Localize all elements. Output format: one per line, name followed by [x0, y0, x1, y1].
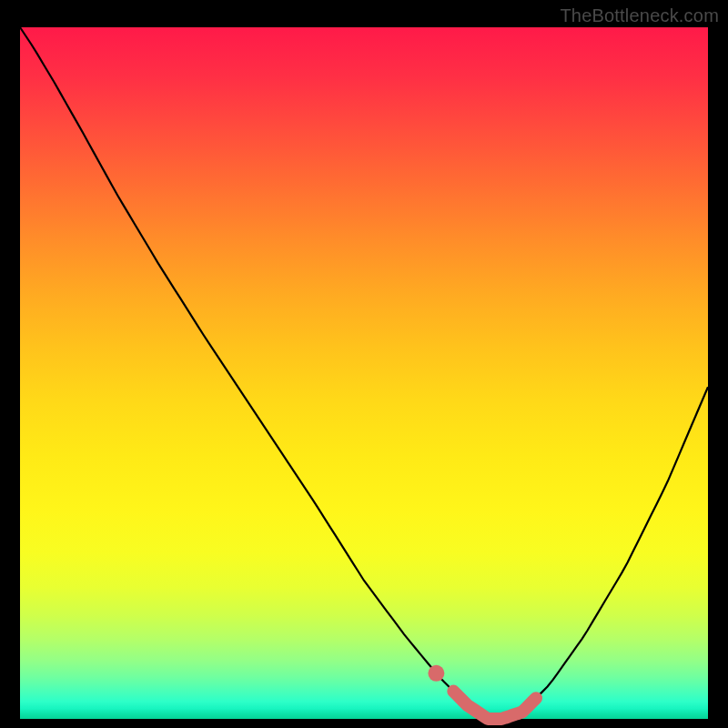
plot-area	[20, 27, 708, 719]
bottleneck-curve	[20, 27, 708, 719]
highlight-dot	[428, 665, 444, 682]
watermark-text: TheBottleneck.com	[560, 5, 719, 26]
chart-canvas: TheBottleneck.com	[0, 0, 728, 728]
highlight-segment	[453, 692, 536, 719]
curve-svg	[20, 27, 708, 719]
